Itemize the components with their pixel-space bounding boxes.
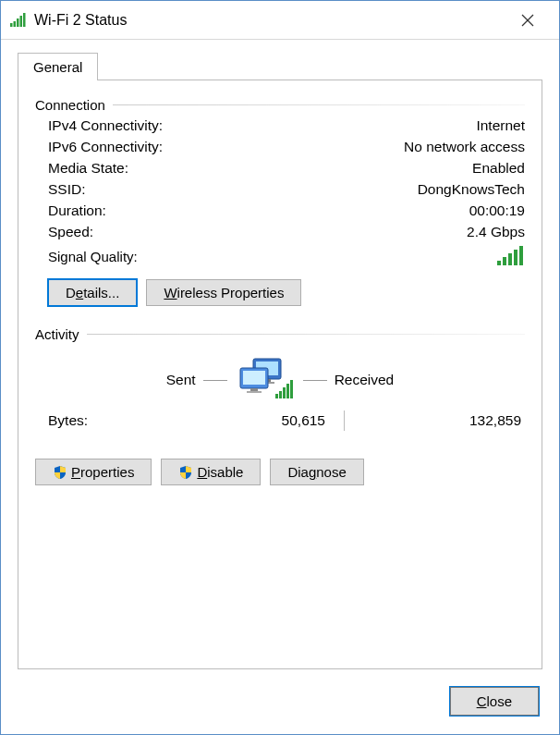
details-button[interactable]: Details... [48,279,137,306]
svg-rect-1 [14,21,17,27]
properties-button[interactable]: Properties [35,459,152,485]
svg-rect-19 [247,391,262,393]
svg-rect-17 [243,371,265,385]
svg-rect-4 [23,13,26,27]
divider [113,104,525,105]
diagnose-button[interactable]: Diagnose [270,459,363,485]
tab-general[interactable]: General [18,53,98,80]
divider [325,410,362,431]
connection-buttons: Details... Wireless Properties [48,279,525,306]
svg-rect-23 [286,384,289,398]
media-state-value: Enabled [472,160,525,177]
details-button-label: Details... [66,285,119,300]
svg-rect-18 [250,388,258,391]
ipv4-value: Internet [476,117,525,134]
tab-strip: General [18,53,542,80]
svg-rect-24 [290,380,293,398]
disable-button[interactable]: Disable [161,459,261,485]
bytes-received-value: 132,859 [362,412,525,429]
row-bytes: Bytes: 50,615 132,859 [48,410,525,431]
divider [303,380,327,381]
svg-rect-22 [283,387,286,398]
row-duration: Duration: 00:00:19 [48,202,525,219]
svg-rect-2 [17,18,19,27]
speed-value: 2.4 Gbps [467,224,525,240]
close-button[interactable]: Close [450,687,539,716]
ipv6-value: No network access [404,139,525,155]
activity-legend: Activity [35,326,79,342]
wireless-properties-label: Wireless Properties [164,285,284,300]
divider [203,380,227,381]
ipv4-label: IPv4 Connectivity: [48,117,163,134]
svg-rect-8 [503,257,506,265]
ipv6-label: IPv6 Connectivity: [48,139,163,155]
sent-label: Sent [166,372,196,388]
bytes-label: Bytes: [48,412,196,429]
row-ipv6: IPv6 Connectivity: No network access [48,139,525,155]
window-close-button[interactable] [507,6,548,34]
activity-diagram: Sent [35,357,525,403]
signal-quality-label: Signal Quality: [48,249,138,264]
svg-rect-21 [279,391,282,398]
duration-label: Duration: [48,202,106,219]
titlebar: Wi-Fi 2 Status [1,1,559,40]
tab-panel-general: Connection IPv4 Connectivity: Internet I… [18,80,542,669]
shield-icon [178,465,193,480]
row-ipv4: IPv4 Connectivity: Internet [48,117,525,134]
close-icon [521,14,534,27]
shield-icon [53,465,67,480]
wifi-signal-icon [10,13,27,28]
close-button-label: Close [477,693,512,709]
signal-quality-icon [497,246,525,266]
content-area: General Connection IPv4 Connectivity: In… [1,40,559,672]
svg-rect-3 [20,16,23,27]
divider [87,334,525,335]
svg-rect-7 [497,261,501,265]
svg-rect-9 [508,253,512,265]
activity-buttons: Properties Disable Diagno [35,459,525,485]
svg-rect-11 [519,246,523,265]
media-state-label: Media State: [48,160,128,177]
properties-button-label: Properties [71,464,134,480]
row-media-state: Media State: Enabled [48,160,525,177]
svg-rect-0 [10,23,13,27]
group-activity: Activity Sent [35,326,525,485]
connection-legend: Connection [35,97,105,113]
row-ssid: SSID: DongKnowsTech [48,181,525,198]
bytes-sent-value: 50,615 [196,412,325,429]
window: Wi-Fi 2 Status General Connection IPv4 C… [0,0,560,735]
computers-icon [235,357,296,403]
ssid-label: SSID: [48,181,85,198]
disable-button-label: Disable [197,464,243,480]
row-signal-quality: Signal Quality: [48,246,525,266]
svg-rect-10 [514,250,517,265]
group-connection: Connection [35,97,525,113]
window-title: Wi-Fi 2 Status [34,12,507,29]
svg-rect-20 [275,394,278,398]
ssid-value: DongKnowsTech [418,181,525,198]
diagnose-button-label: Diagnose [287,464,346,480]
wireless-properties-button[interactable]: Wireless Properties [146,279,301,306]
received-label: Received [335,372,395,388]
speed-label: Speed: [48,224,93,240]
duration-value: 00:00:19 [469,202,525,219]
footer: Close [1,672,559,734]
row-speed: Speed: 2.4 Gbps [48,224,525,240]
